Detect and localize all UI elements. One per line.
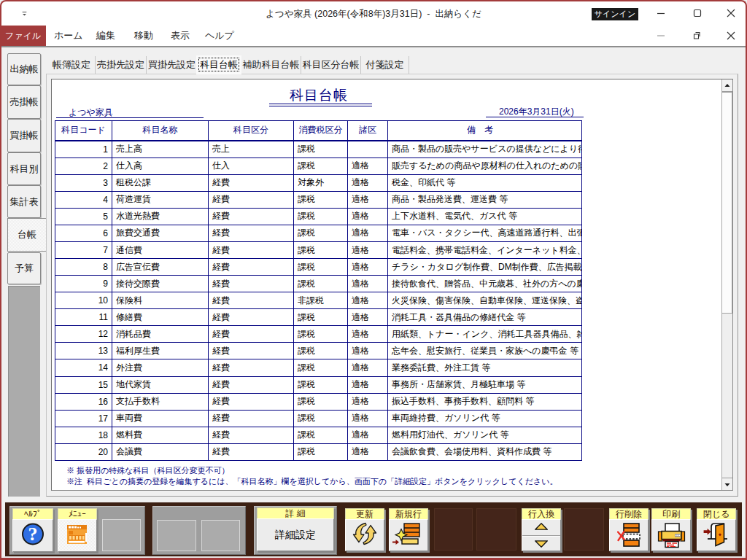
svg-text:?: ? — [28, 524, 38, 545]
